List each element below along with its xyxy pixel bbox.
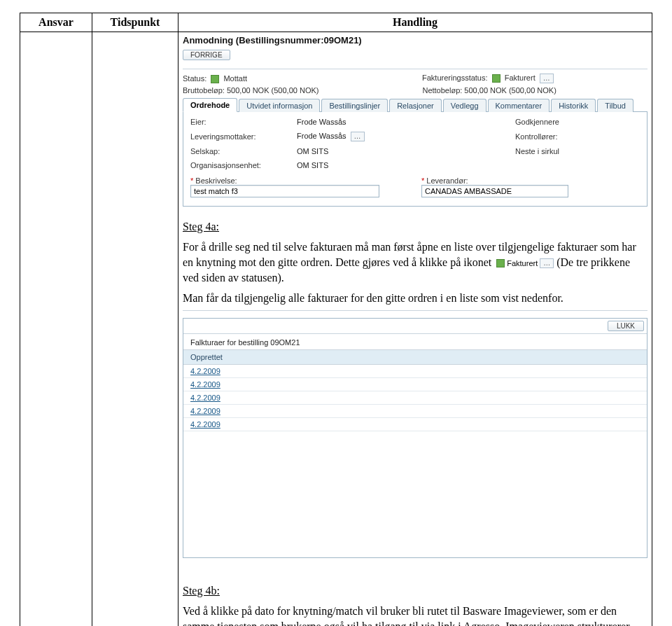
- invoice-status-label: Faktureringsstatus:: [422, 74, 488, 82]
- invoice-row: 4.2.2009: [183, 405, 647, 418]
- supplier-label: Leverandør:: [426, 176, 468, 185]
- controllers-label: Kontrollører:: [515, 132, 599, 141]
- tab-historikk[interactable]: Historikk: [551, 99, 596, 112]
- invoice-date-link[interactable]: 4.2.2009: [190, 367, 220, 375]
- company-value: OM SITS: [297, 147, 507, 155]
- order-panel: Eier: Frode Wassås Godkjennere Leverings…: [183, 112, 648, 207]
- invoice-status-more-icon[interactable]: …: [540, 258, 554, 268]
- approvers-label: Godkjennere: [515, 118, 599, 126]
- required-star-icon: *: [190, 176, 193, 185]
- delivery-recipient-more-icon[interactable]: …: [351, 132, 365, 141]
- delivery-recipient-value: Frode Wassås …: [297, 132, 507, 141]
- invoice-popup-title: Falkturaer for bestilling 09OM21: [183, 334, 647, 349]
- tab-relasjoner[interactable]: Relasjoner: [389, 99, 442, 112]
- invoice-list-table: Opprettet 4.2.2009 4.2.2009 4.2.2009 4.2…: [183, 349, 647, 431]
- invoice-date-link[interactable]: 4.2.2009: [190, 407, 220, 415]
- supplier-field-group: * Leverandør:: [421, 176, 568, 197]
- invoice-date-link[interactable]: 4.2.2009: [190, 380, 220, 389]
- status-dot-icon: [496, 259, 505, 267]
- owner-label: Eier:: [190, 118, 288, 126]
- tab-vedlegg[interactable]: Vedlegg: [443, 99, 486, 112]
- invoice-list-screenshot: LUKK Falkturaer for bestilling 09OM21 Op…: [183, 310, 648, 558]
- supplier-input[interactable]: [421, 185, 568, 197]
- cell-ansvar: [20, 32, 92, 627]
- back-button[interactable]: FORRIGE: [183, 50, 230, 60]
- invoice-date-link[interactable]: 4.2.2009: [190, 394, 220, 402]
- invoice-status-block: Faktureringsstatus: Fakturert …: [422, 74, 554, 83]
- tab-kommentarer[interactable]: Kommentarer: [488, 99, 550, 112]
- tab-ordrehode[interactable]: Ordrehode: [183, 98, 237, 112]
- invoice-list-header[interactable]: Opprettet: [183, 350, 647, 365]
- next-in-flow-label: Neste i sirkul: [515, 147, 599, 155]
- invoice-row: 4.2.2009: [183, 378, 647, 391]
- invoice-row: 4.2.2009: [183, 391, 647, 405]
- column-header-handling: Handling: [178, 13, 652, 32]
- step4a-section: Steg 4a: For å drille seg ned til selve …: [183, 219, 648, 306]
- tab-tilbud[interactable]: Tilbud: [597, 99, 634, 112]
- description-label: Beskrivelse:: [195, 176, 237, 185]
- cell-tidspunkt: [92, 32, 178, 627]
- tab-utvidet-informasjon[interactable]: Utvidet informasjon: [239, 99, 320, 112]
- step4a-heading: Steg 4a:: [183, 221, 219, 232]
- org-unit-label: Organisasjonsenhet:: [190, 161, 288, 169]
- invoice-row: 4.2.2009: [183, 418, 647, 431]
- status-label: Status:: [183, 74, 206, 83]
- inline-status-example: Fakturert …: [494, 258, 554, 269]
- gross-amount: Bruttobeløp: 500,00 NOK (500,00 NOK): [183, 86, 318, 95]
- step4b-heading: Steg 4b:: [183, 585, 220, 597]
- delivery-recipient-label: Leveringsmottaker:: [190, 132, 288, 141]
- net-amount: Nettobeløp: 500,00 NOK (500,00 NOK): [422, 86, 556, 95]
- step4a-paragraph1: For å drille seg ned til selve fakturaen…: [183, 239, 648, 286]
- step4b-section: Steg 4b: Ved å klikke på dato for knytni…: [183, 583, 648, 626]
- invoice-popup: LUKK Falkturaer for bestilling 09OM21 Op…: [183, 318, 648, 558]
- invoice-popup-blank-area: [183, 431, 647, 557]
- owner-value: Frode Wassås: [297, 118, 507, 126]
- column-header-tidspunkt: Tidspunkt: [92, 13, 178, 32]
- invoice-status-dot-icon: [492, 74, 500, 83]
- invoice-status-more-icon[interactable]: …: [540, 74, 554, 83]
- tab-row: Ordrehode Utvidet informasjon Bestilling…: [183, 97, 648, 112]
- required-star-icon: *: [421, 176, 424, 185]
- invoice-status-value: Fakturert: [505, 74, 536, 82]
- step4b-paragraph: Ved å klikke på dato for knytning/match …: [183, 604, 648, 626]
- tab-bestillingslinjer[interactable]: Bestillingslinjer: [321, 99, 388, 112]
- invoice-row: 4.2.2009: [183, 365, 647, 378]
- company-label: Selskap:: [190, 147, 288, 155]
- order-heading: Anmodning (Bestillingsnummer:09OM21): [183, 35, 648, 46]
- invoice-date-link[interactable]: 4.2.2009: [190, 420, 220, 429]
- close-button[interactable]: LUKK: [608, 321, 644, 331]
- step4a-paragraph2: Man får da tilgjengelig alle fakturaer f…: [183, 291, 648, 306]
- cell-handling: Anmodning (Bestillingsnummer:09OM21) FOR…: [178, 32, 652, 627]
- description-input[interactable]: [190, 185, 379, 197]
- status-block: Status: Mottatt: [183, 74, 247, 83]
- description-field-group: * Beskrivelse:: [190, 176, 379, 197]
- org-unit-value: OM SITS: [297, 161, 507, 169]
- order-detail-screenshot: Anmodning (Bestillingsnummer:09OM21) FOR…: [183, 35, 648, 207]
- status-dot-icon: [211, 75, 219, 83]
- column-header-ansvar: Ansvar: [20, 13, 92, 32]
- status-value: Mottatt: [223, 74, 247, 83]
